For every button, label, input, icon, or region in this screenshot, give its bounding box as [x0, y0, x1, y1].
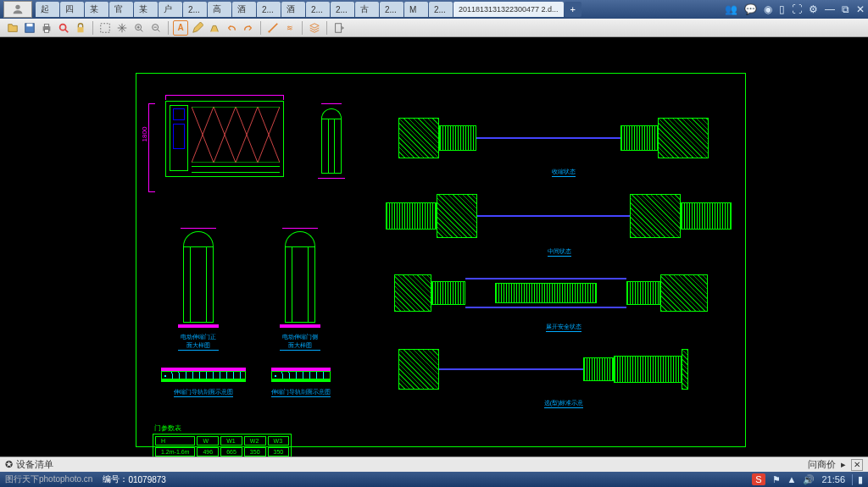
watermark-text: 图行天下photophoto.cn	[5, 473, 92, 485]
tab-15[interactable]: M	[404, 2, 428, 17]
pencil-button[interactable]	[190, 20, 205, 36]
price-link[interactable]: 问商价	[808, 458, 836, 471]
tab-2[interactable]: 某	[85, 2, 108, 17]
separator	[326, 21, 327, 35]
tab-13[interactable]: 古	[355, 2, 379, 17]
separator	[260, 21, 261, 35]
plan-view-3: 展开安全状态	[394, 274, 733, 332]
svg-rect-9	[101, 23, 110, 32]
users-icon[interactable]: 👥	[725, 3, 737, 15]
td: 1.2m-1.6m	[155, 447, 195, 457]
arch-door-1: 电动伸缩门正面大样图	[178, 228, 219, 351]
tab-6[interactable]: 2...	[183, 2, 207, 17]
show-desktop[interactable]: ▮	[852, 474, 863, 485]
tab-12[interactable]: 2...	[331, 2, 354, 17]
tab-4[interactable]: 某	[134, 2, 158, 17]
th: W3	[268, 436, 290, 445]
plan-view-2: 中间状态	[386, 194, 733, 257]
user-icon	[11, 3, 25, 16]
tab-1[interactable]: 四	[60, 2, 84, 17]
lock-button[interactable]	[73, 20, 88, 36]
tab-5[interactable]: 户	[159, 2, 182, 17]
text-button[interactable]: A	[173, 20, 188, 36]
tab-0[interactable]: 起	[36, 2, 59, 17]
tab-3[interactable]: 官	[109, 2, 133, 17]
arch-door-2: 电动伸缩门侧面大样图	[280, 228, 320, 351]
pan-button[interactable]	[114, 20, 130, 36]
caption-p2: 中间状态	[548, 247, 571, 257]
svg-point-0	[15, 5, 19, 9]
td: 350	[268, 447, 290, 457]
open-button[interactable]	[5, 20, 20, 36]
toolbar: A ≋	[0, 19, 868, 37]
export-button[interactable]	[331, 20, 347, 36]
caption-p1: 收缩状态	[552, 168, 576, 177]
avatar[interactable]	[3, 1, 32, 18]
td: 665	[220, 447, 242, 457]
cad-canvas[interactable]: 1800 电动伸缩门正面大样图	[0, 37, 868, 457]
th: W	[197, 436, 219, 445]
chat-icon[interactable]: 💬	[744, 3, 757, 15]
window-controls: 👥 💬 ◉ ▯ ⛶ ⚙ — ⧉ ✕	[725, 3, 865, 15]
svg-rect-5	[44, 29, 48, 32]
dim-vertical	[148, 103, 155, 192]
tab-11[interactable]: 2...	[306, 2, 330, 17]
add-tab-button[interactable]: +	[565, 2, 581, 17]
svg-rect-8	[78, 27, 84, 32]
tray-flag-icon[interactable]: ⚑	[772, 474, 781, 485]
th: W2	[244, 436, 266, 445]
separator	[302, 21, 303, 35]
dimension-button[interactable]: ≋	[282, 20, 298, 36]
plan-view-1: 收缩状态	[398, 118, 729, 177]
status-bar: ✪ 设备清单 问商价 ▸ ✕	[0, 457, 868, 472]
undo-button[interactable]	[224, 20, 239, 36]
td: 350	[244, 447, 266, 457]
tab-7[interactable]: 高	[208, 2, 231, 17]
clock[interactable]: 21:56	[821, 474, 845, 484]
caption-d4: 伸缩门导轨剖面示意图	[271, 388, 331, 397]
close-panel-button[interactable]: ✕	[851, 459, 863, 471]
status-icon: ✪	[5, 459, 13, 470]
tab-8[interactable]: 酒	[232, 2, 256, 17]
taskbar: 图行天下photophoto.cn 编号： 01079873 S ⚑ ▲ 🔊 2…	[0, 472, 868, 487]
tray-up-icon[interactable]: ▲	[787, 474, 797, 484]
expand-icon[interactable]: ⛶	[792, 3, 802, 15]
gear-icon[interactable]: ⚙	[809, 3, 818, 15]
caption-d3: 伸缩门导轨剖面示意图	[174, 388, 233, 397]
td: 496	[197, 447, 219, 457]
tab-strip: 起 四 某 官 某 户 2... 高 酒 2... 酒 2... 2... 古 …	[36, 2, 718, 17]
tab-10[interactable]: 酒	[281, 2, 305, 17]
tab-active[interactable]: 2011813131322300477 2.d...	[453, 2, 564, 17]
th: H	[155, 436, 195, 445]
print-button[interactable]	[39, 20, 54, 36]
dim-value: 1800	[141, 127, 148, 142]
minimize-icon[interactable]: —	[825, 3, 835, 15]
caption-p4: 选(型)标准示意	[544, 399, 584, 408]
layers-button[interactable]	[307, 20, 322, 36]
phone-icon[interactable]: ▯	[779, 3, 785, 15]
tab-9[interactable]: 2...	[257, 2, 281, 17]
id-value: 01079873	[128, 475, 166, 484]
gate-front-elevation	[157, 101, 292, 198]
redo-button[interactable]	[241, 20, 256, 36]
title-bar: 起 四 某 官 某 户 2... 高 酒 2... 酒 2... 2... 古 …	[0, 0, 868, 19]
tray-sound-icon[interactable]: 🔊	[803, 474, 815, 485]
tab-14[interactable]: 2...	[380, 2, 403, 17]
zoom-out-button[interactable]	[148, 20, 164, 36]
svg-rect-2	[27, 23, 33, 26]
preview-button[interactable]	[56, 20, 71, 36]
highlight-button[interactable]	[207, 20, 222, 36]
close-window-icon[interactable]: ✕	[856, 3, 865, 15]
wechat-icon[interactable]: ◉	[764, 3, 772, 15]
tab-16[interactable]: 2...	[429, 2, 453, 17]
tray-app-icon[interactable]: S	[752, 473, 765, 485]
measure-button[interactable]	[265, 20, 281, 36]
arrow-icon[interactable]: ▸	[841, 459, 846, 470]
zoom-window-button[interactable]	[97, 20, 113, 36]
svg-line-11	[141, 29, 143, 31]
save-button[interactable]	[22, 20, 37, 36]
svg-rect-19	[336, 23, 342, 32]
maximize-icon[interactable]: ⧉	[842, 3, 849, 15]
zoom-in-button[interactable]	[131, 20, 147, 36]
track-detail-1: 伸缩门导轨剖面示意图	[161, 368, 246, 393]
